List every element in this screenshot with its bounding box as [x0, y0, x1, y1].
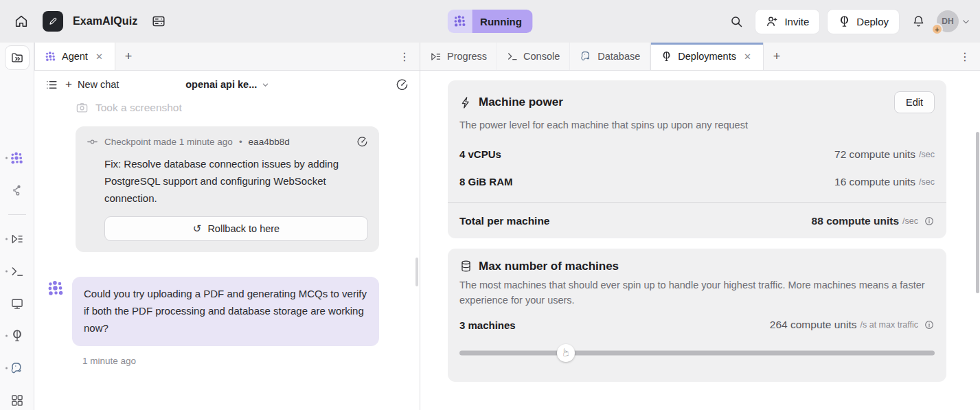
- rail-item-agent[interactable]: [0, 150, 34, 166]
- search-icon: [729, 14, 744, 29]
- machines-count-label: 3 machines: [459, 319, 516, 331]
- toggle-sidebar-button[interactable]: [5, 45, 30, 70]
- agent-logo-icon: [47, 280, 65, 297]
- tab-database[interactable]: Database: [570, 43, 650, 70]
- rollback-button[interactable]: ↺ Rollback to here: [104, 216, 368, 241]
- deployments-panel: Progress Console Database Deployments ✕ …: [420, 43, 980, 410]
- right-panel-scrollbar[interactable]: [976, 132, 979, 293]
- deploy-rocket-icon: [661, 51, 672, 62]
- cpu-label: 4 vCPUs: [459, 148, 501, 160]
- close-icon[interactable]: ✕: [93, 50, 105, 63]
- slider-track[interactable]: [459, 351, 935, 356]
- new-chat-label: New chat: [78, 79, 119, 90]
- preview-icon: [10, 297, 24, 310]
- tab-agent[interactable]: Agent ✕: [34, 43, 115, 70]
- home-button[interactable]: [10, 10, 33, 33]
- info-icon[interactable]: [924, 216, 935, 227]
- faded-action-label: Took a screenshot: [95, 102, 182, 114]
- usage-gauge-icon[interactable]: [396, 78, 409, 91]
- rail-item-preview[interactable]: [0, 295, 34, 312]
- rail-item-all-tools[interactable]: [0, 392, 34, 409]
- rail-item-deployments[interactable]: [0, 328, 34, 344]
- console-icon: [507, 51, 518, 62]
- progress-icon: [10, 232, 24, 246]
- active-dot: [5, 367, 8, 369]
- left-icon-rail: [0, 43, 34, 410]
- tab-console[interactable]: Console: [497, 43, 570, 70]
- machine-power-header: Machine power Edit: [459, 91, 935, 113]
- account-menu[interactable]: DH +: [937, 10, 970, 32]
- max-machines-description: The most machines that should ever spin …: [459, 278, 935, 308]
- checkpoint-card: Checkpoint made 1 minute ago • eaa4bb8d …: [76, 126, 379, 252]
- checkpoint-separator: •: [239, 137, 242, 147]
- lightning-icon: [459, 96, 472, 109]
- rail-item-workflows[interactable]: [0, 182, 34, 198]
- rail-item-progress[interactable]: [0, 231, 34, 247]
- spec-row-machines: 3 machines 264 compute units/s at max tr…: [459, 319, 935, 331]
- postgres-icon: [580, 50, 592, 62]
- console-icon: [10, 264, 24, 278]
- invite-person-icon: [766, 15, 779, 28]
- max-machines-title: Max number of machines: [479, 260, 619, 273]
- home-icon: [14, 14, 29, 29]
- new-tab-button[interactable]: +: [115, 43, 142, 70]
- tab-deployments[interactable]: Deployments ✕: [650, 43, 764, 70]
- new-tab-button[interactable]: +: [764, 43, 790, 70]
- search-button[interactable]: [725, 10, 748, 33]
- app-title: ExamAIQuiz: [73, 15, 137, 27]
- chevron-down-icon: [961, 17, 970, 26]
- run-status-badge[interactable]: Running: [447, 10, 533, 33]
- info-icon[interactable]: [924, 319, 935, 330]
- usage-gauge-icon[interactable]: [356, 136, 368, 148]
- slider-thumb[interactable]: ☞: [557, 344, 575, 362]
- panel-menu-button[interactable]: ⋮: [389, 43, 420, 70]
- agent-tabbar: Agent ✕ + ⋮: [34, 43, 420, 71]
- avatar-plus-badge: +: [931, 23, 943, 35]
- max-traffic-value: 264 compute units: [770, 319, 857, 331]
- rail-item-console[interactable]: [0, 263, 34, 280]
- panel-menu-button[interactable]: ⋮: [950, 43, 980, 70]
- deploy-button[interactable]: Deploy: [827, 9, 900, 34]
- spec-row-total: Total per machine 88 compute units/sec: [459, 215, 935, 227]
- topbar-left-group: ExamAIQuiz: [10, 10, 170, 33]
- checkpoint-hash: eaa4bb8d: [249, 137, 290, 147]
- agent-panel: Agent ✕ + ⋮ + New chat openai api ke...: [34, 43, 420, 410]
- topbar-right-group: Invite Deploy DH +: [725, 9, 970, 34]
- agent-message-bubble: Could you try uploading a PDF and genera…: [72, 277, 379, 345]
- history-list-button[interactable]: [147, 10, 170, 33]
- tab-progress[interactable]: Progress: [420, 43, 497, 70]
- app-icon-tile[interactable]: [43, 11, 63, 32]
- checkpoint-message: Fix: Resolve database connection issues …: [104, 156, 368, 207]
- tab-progress-label: Progress: [447, 51, 487, 62]
- left-panel-scrollbar[interactable]: [415, 258, 418, 286]
- new-chat-button[interactable]: + New chat: [65, 78, 119, 91]
- rail-items: [0, 150, 34, 409]
- deployments-content[interactable]: Machine power Edit The power level for e…: [420, 71, 980, 410]
- ram-unit: /sec: [919, 177, 935, 187]
- active-dot: [5, 157, 8, 159]
- rail-item-database[interactable]: [0, 360, 34, 376]
- max-traffic-unit: /s at max traffic: [860, 320, 918, 330]
- max-machines-header: Max number of machines: [459, 260, 935, 273]
- postgres-icon: [10, 361, 24, 376]
- checkpoint-meta: Checkpoint made 1 minute ago: [104, 137, 233, 147]
- chat-selector-dropdown[interactable]: openai api ke...: [185, 79, 269, 90]
- machines-slider[interactable]: ☞: [459, 345, 935, 361]
- undo-icon: ↺: [193, 223, 202, 235]
- topbar-center-group: Running: [447, 10, 533, 33]
- progress-icon: [430, 51, 442, 62]
- faded-action-row: Took a screenshot: [76, 101, 420, 114]
- message-timestamp: 1 minute ago: [82, 356, 420, 366]
- notifications-button[interactable]: [907, 10, 930, 33]
- tab-database-label: Database: [597, 51, 640, 62]
- edit-button[interactable]: Edit: [894, 91, 935, 113]
- agent-logo-icon: [447, 10, 472, 33]
- invite-button[interactable]: Invite: [755, 9, 820, 34]
- checkpoint-header: Checkpoint made 1 minute ago • eaa4bb8d: [87, 136, 368, 148]
- deploy-rocket-icon: [838, 15, 851, 28]
- chat-scroll-area[interactable]: Took a screenshot Checkpoint made 1 minu…: [34, 98, 420, 410]
- run-status-label: Running: [472, 10, 533, 33]
- chat-list-icon[interactable]: [45, 78, 58, 91]
- close-icon[interactable]: ✕: [742, 50, 753, 63]
- database-cylinder-icon: [459, 260, 472, 273]
